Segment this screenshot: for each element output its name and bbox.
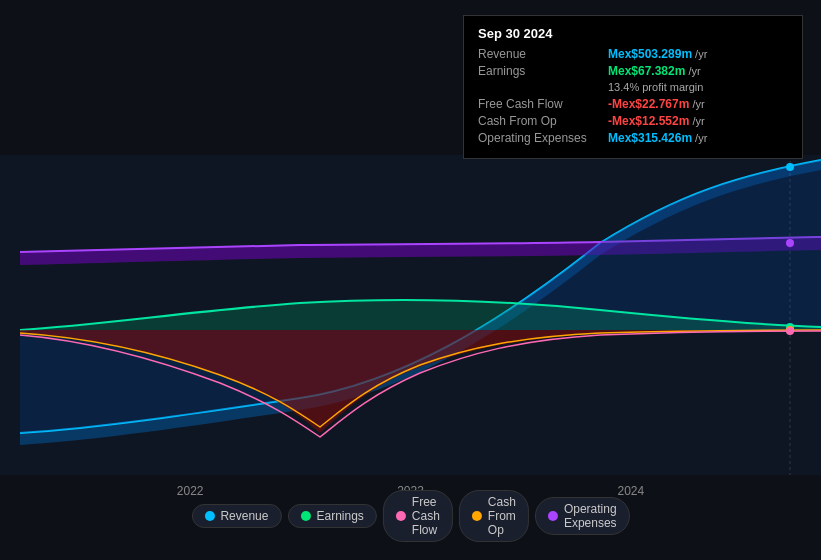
tooltip-cfo-label: Cash From Op xyxy=(478,114,608,128)
tooltip-cfo-row: Cash From Op -Mex$12.552m /yr xyxy=(478,114,788,128)
tooltip-earnings-row: Earnings Mex$67.382m /yr xyxy=(478,64,788,78)
legend-dot-earnings xyxy=(300,511,310,521)
legend-label-opex: Operating Expenses xyxy=(564,502,617,530)
legend-earnings[interactable]: Earnings xyxy=(287,504,376,528)
tooltip-fcf-row: Free Cash Flow -Mex$22.767m /yr xyxy=(478,97,788,111)
legend-dot-opex xyxy=(548,511,558,521)
tooltip-revenue-label: Revenue xyxy=(478,47,608,61)
tooltip-fcf-label: Free Cash Flow xyxy=(478,97,608,111)
legend-label-revenue: Revenue xyxy=(220,509,268,523)
legend-label-cfo: Cash From Op xyxy=(488,495,516,537)
svg-point-2 xyxy=(786,163,794,171)
legend-cfo[interactable]: Cash From Op xyxy=(459,490,529,542)
tooltip-earnings-value: Mex$67.382m xyxy=(608,64,685,78)
chart-container: Mex$600m Mex$0 -Mex$500m xyxy=(0,0,821,560)
tooltip-revenue-row: Revenue Mex$503.289m /yr xyxy=(478,47,788,61)
tooltip-panel: Sep 30 2024 Revenue Mex$503.289m /yr Ear… xyxy=(463,15,803,159)
legend-label-earnings: Earnings xyxy=(316,509,363,523)
tooltip-opex-unit: /yr xyxy=(695,132,707,144)
legend-dot-revenue xyxy=(204,511,214,521)
svg-point-3 xyxy=(786,239,794,247)
tooltip-cfo-value: -Mex$12.552m xyxy=(608,114,689,128)
legend-dot-fcf xyxy=(396,511,406,521)
tooltip-revenue-value: Mex$503.289m xyxy=(608,47,692,61)
tooltip-fcf-value: -Mex$22.767m xyxy=(608,97,689,111)
legend-revenue[interactable]: Revenue xyxy=(191,504,281,528)
tooltip-opex-value: Mex$315.426m xyxy=(608,131,692,145)
legend: Revenue Earnings Free Cash Flow Cash Fro… xyxy=(191,490,629,542)
legend-label-fcf: Free Cash Flow xyxy=(412,495,440,537)
legend-opex[interactable]: Operating Expenses xyxy=(535,497,630,535)
tooltip-opex-row: Operating Expenses Mex$315.426m /yr xyxy=(478,131,788,145)
tooltip-profit-margin: 13.4% profit margin xyxy=(608,81,788,93)
tooltip-opex-label: Operating Expenses xyxy=(478,131,608,145)
tooltip-earnings-unit: /yr xyxy=(688,65,700,77)
legend-fcf[interactable]: Free Cash Flow xyxy=(383,490,453,542)
tooltip-date: Sep 30 2024 xyxy=(478,26,788,41)
tooltip-fcf-unit: /yr xyxy=(692,98,704,110)
tooltip-cfo-unit: /yr xyxy=(692,115,704,127)
tooltip-earnings-label: Earnings xyxy=(478,64,608,78)
svg-point-6 xyxy=(786,327,794,335)
legend-dot-cfo xyxy=(472,511,482,521)
chart-svg xyxy=(0,155,821,475)
tooltip-revenue-unit: /yr xyxy=(695,48,707,60)
